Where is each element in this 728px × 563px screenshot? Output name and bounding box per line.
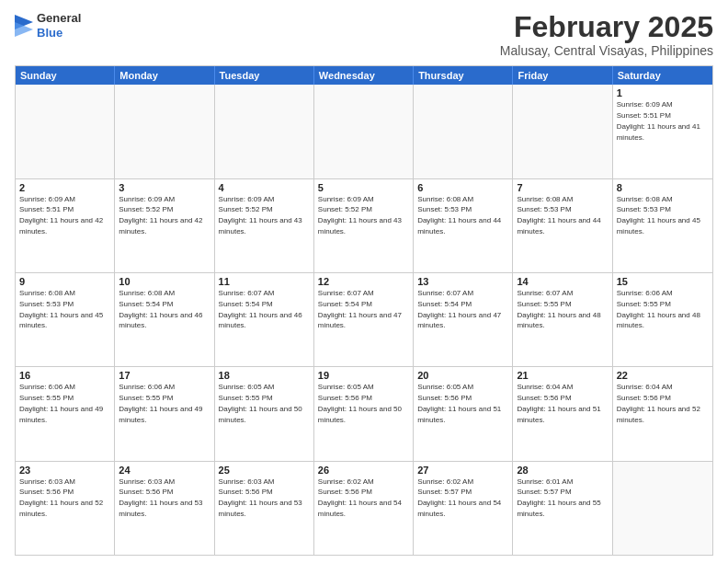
day-number: 22 (617, 370, 709, 381)
week-row-2: 9Sunrise: 6:08 AMSunset: 5:53 PMDaylight… (16, 273, 712, 367)
day-cell-1-3: 5Sunrise: 6:09 AMSunset: 5:52 PMDaylight… (314, 179, 414, 272)
day-number: 28 (517, 465, 608, 476)
day-number: 4 (219, 182, 310, 193)
day-info: Sunrise: 6:09 AMSunset: 5:52 PMDaylight:… (219, 195, 302, 236)
day-number: 5 (318, 182, 409, 193)
logo: General Blue (15, 11, 81, 40)
day-number: 7 (517, 182, 608, 193)
day-number: 12 (318, 276, 409, 287)
day-cell-3-2: 18Sunrise: 6:05 AMSunset: 5:55 PMDayligh… (215, 367, 314, 460)
week-row-1: 2Sunrise: 6:09 AMSunset: 5:51 PMDaylight… (16, 179, 712, 273)
day-info: Sunrise: 6:05 AMSunset: 5:56 PMDaylight:… (417, 383, 501, 423)
day-cell-3-6: 22Sunrise: 6:04 AMSunset: 5:56 PMDayligh… (613, 367, 712, 460)
day-number: 10 (119, 276, 210, 287)
day-number: 2 (19, 182, 110, 193)
day-cell-0-1 (115, 85, 214, 178)
day-cell-0-3 (314, 85, 414, 178)
day-cell-4-3: 26Sunrise: 6:02 AMSunset: 5:56 PMDayligh… (314, 462, 414, 555)
day-cell-2-1: 10Sunrise: 6:08 AMSunset: 5:54 PMDayligh… (115, 273, 214, 366)
day-number: 26 (318, 465, 409, 476)
day-info: Sunrise: 6:08 AMSunset: 5:53 PMDaylight:… (517, 195, 600, 236)
calendar-header: Sunday Monday Tuesday Wednesday Thursday… (16, 66, 712, 85)
day-number: 18 (219, 370, 310, 381)
day-cell-2-2: 11Sunrise: 6:07 AMSunset: 5:54 PMDayligh… (215, 273, 314, 366)
page: General Blue February 2025 Malusay, Cent… (0, 0, 728, 563)
day-cell-0-5 (513, 85, 612, 178)
day-info: Sunrise: 6:01 AMSunset: 5:57 PMDaylight:… (517, 477, 600, 518)
header-friday: Friday (513, 66, 612, 85)
day-cell-1-5: 7Sunrise: 6:08 AMSunset: 5:53 PMDaylight… (513, 179, 612, 272)
header-tuesday: Tuesday (215, 66, 314, 85)
day-cell-0-6: 1Sunrise: 6:09 AMSunset: 5:51 PMDaylight… (613, 85, 712, 178)
day-cell-4-5: 28Sunrise: 6:01 AMSunset: 5:57 PMDayligh… (513, 462, 612, 555)
day-number: 24 (119, 465, 210, 476)
day-cell-0-4 (414, 85, 513, 178)
day-info: Sunrise: 6:08 AMSunset: 5:53 PMDaylight:… (417, 195, 501, 236)
day-cell-3-0: 16Sunrise: 6:06 AMSunset: 5:55 PMDayligh… (16, 367, 115, 460)
day-info: Sunrise: 6:07 AMSunset: 5:54 PMDaylight:… (417, 289, 501, 329)
day-cell-3-5: 21Sunrise: 6:04 AMSunset: 5:56 PMDayligh… (513, 367, 612, 460)
day-number: 9 (19, 276, 110, 287)
header-saturday: Saturday (613, 66, 712, 85)
week-row-4: 23Sunrise: 6:03 AMSunset: 5:56 PMDayligh… (16, 462, 712, 555)
day-cell-1-6: 8Sunrise: 6:08 AMSunset: 5:53 PMDaylight… (613, 179, 712, 272)
day-cell-2-5: 14Sunrise: 6:07 AMSunset: 5:55 PMDayligh… (513, 273, 612, 366)
day-number: 25 (219, 465, 310, 476)
header: General Blue February 2025 Malusay, Cent… (15, 11, 713, 58)
day-info: Sunrise: 6:07 AMSunset: 5:55 PMDaylight:… (517, 289, 600, 329)
day-cell-1-1: 3Sunrise: 6:09 AMSunset: 5:52 PMDaylight… (115, 179, 214, 272)
day-number: 23 (19, 465, 110, 476)
day-number: 20 (417, 370, 508, 381)
header-thursday: Thursday (414, 66, 513, 85)
day-info: Sunrise: 6:04 AMSunset: 5:56 PMDaylight:… (517, 383, 600, 423)
day-info: Sunrise: 6:07 AMSunset: 5:54 PMDaylight:… (318, 289, 402, 329)
day-info: Sunrise: 6:09 AMSunset: 5:52 PMDaylight:… (119, 195, 202, 236)
logo-icon (15, 15, 33, 37)
day-cell-4-0: 23Sunrise: 6:03 AMSunset: 5:56 PMDayligh… (16, 462, 115, 555)
day-info: Sunrise: 6:03 AMSunset: 5:56 PMDaylight:… (19, 477, 103, 518)
week-row-3: 16Sunrise: 6:06 AMSunset: 5:55 PMDayligh… (16, 367, 712, 461)
day-info: Sunrise: 6:07 AMSunset: 5:54 PMDaylight:… (219, 289, 302, 329)
day-info: Sunrise: 6:03 AMSunset: 5:56 PMDaylight:… (219, 477, 302, 518)
day-cell-4-6 (613, 462, 712, 555)
day-info: Sunrise: 6:04 AMSunset: 5:56 PMDaylight:… (617, 383, 700, 423)
day-info: Sunrise: 6:06 AMSunset: 5:55 PMDaylight:… (119, 383, 202, 423)
day-info: Sunrise: 6:05 AMSunset: 5:56 PMDaylight:… (318, 383, 402, 423)
header-sunday: Sunday (16, 66, 115, 85)
day-number: 16 (19, 370, 110, 381)
logo-general: General (37, 11, 81, 26)
day-number: 1 (617, 87, 709, 98)
day-info: Sunrise: 6:09 AMSunset: 5:51 PMDaylight:… (617, 100, 700, 141)
day-cell-3-1: 17Sunrise: 6:06 AMSunset: 5:55 PMDayligh… (115, 367, 214, 460)
day-cell-0-2 (215, 85, 314, 178)
day-cell-4-4: 27Sunrise: 6:02 AMSunset: 5:57 PMDayligh… (414, 462, 513, 555)
logo-text: General Blue (37, 11, 81, 40)
day-info: Sunrise: 6:03 AMSunset: 5:56 PMDaylight:… (119, 477, 202, 518)
day-cell-2-4: 13Sunrise: 6:07 AMSunset: 5:54 PMDayligh… (414, 273, 513, 366)
day-number: 15 (617, 276, 709, 287)
day-cell-1-0: 2Sunrise: 6:09 AMSunset: 5:51 PMDaylight… (16, 179, 115, 272)
day-cell-1-4: 6Sunrise: 6:08 AMSunset: 5:53 PMDaylight… (414, 179, 513, 272)
calendar: Sunday Monday Tuesday Wednesday Thursday… (15, 65, 713, 556)
day-cell-0-0 (16, 85, 115, 178)
day-info: Sunrise: 6:02 AMSunset: 5:56 PMDaylight:… (318, 477, 402, 518)
calendar-body: 1Sunrise: 6:09 AMSunset: 5:51 PMDaylight… (16, 85, 712, 555)
header-monday: Monday (115, 66, 214, 85)
day-number: 19 (318, 370, 409, 381)
day-info: Sunrise: 6:08 AMSunset: 5:53 PMDaylight:… (19, 289, 103, 329)
day-info: Sunrise: 6:06 AMSunset: 5:55 PMDaylight:… (19, 383, 103, 423)
day-cell-4-1: 24Sunrise: 6:03 AMSunset: 5:56 PMDayligh… (115, 462, 214, 555)
day-info: Sunrise: 6:08 AMSunset: 5:54 PMDaylight:… (119, 289, 202, 329)
day-number: 13 (417, 276, 508, 287)
day-info: Sunrise: 6:09 AMSunset: 5:52 PMDaylight:… (318, 195, 402, 236)
day-info: Sunrise: 6:08 AMSunset: 5:53 PMDaylight:… (617, 195, 700, 236)
day-cell-1-2: 4Sunrise: 6:09 AMSunset: 5:52 PMDaylight… (215, 179, 314, 272)
logo-blue: Blue (37, 26, 81, 40)
day-number: 27 (417, 465, 508, 476)
day-info: Sunrise: 6:02 AMSunset: 5:57 PMDaylight:… (417, 477, 501, 518)
day-cell-2-0: 9Sunrise: 6:08 AMSunset: 5:53 PMDaylight… (16, 273, 115, 366)
day-number: 6 (417, 182, 508, 193)
day-cell-2-3: 12Sunrise: 6:07 AMSunset: 5:54 PMDayligh… (314, 273, 414, 366)
day-cell-4-2: 25Sunrise: 6:03 AMSunset: 5:56 PMDayligh… (215, 462, 314, 555)
day-number: 8 (617, 182, 709, 193)
